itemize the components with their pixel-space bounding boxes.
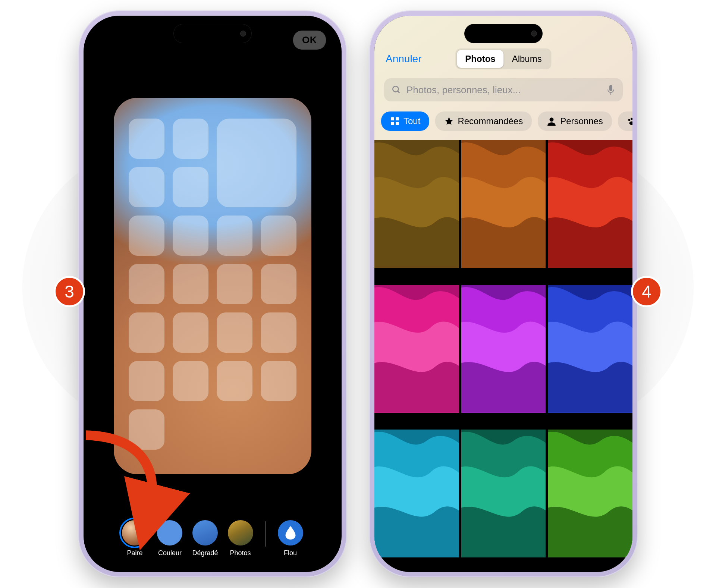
photo-thumbnail[interactable]: [374, 285, 459, 427]
svg-rect-4: [391, 117, 394, 120]
chip-all[interactable]: Tout: [381, 111, 429, 131]
svg-point-0: [393, 86, 398, 92]
app-placeholder: [129, 167, 164, 207]
svg-rect-5: [396, 117, 399, 120]
tool-flou[interactable]: Flou: [278, 520, 303, 557]
star-icon: [444, 116, 454, 126]
filter-chip-row[interactable]: Tout Recommandées Personnes A: [381, 108, 632, 134]
tool-label: Dégradé: [192, 549, 218, 557]
tool-paire[interactable]: Paire: [122, 520, 147, 557]
app-placeholder: [129, 312, 164, 353]
step-badge-3: 3: [54, 276, 85, 307]
photo-thumbnail[interactable]: [461, 430, 546, 572]
tool-degrade[interactable]: Dégradé: [192, 520, 218, 557]
couleur-swatch-icon: [157, 520, 182, 545]
app-placeholder: [173, 119, 208, 159]
svg-rect-6: [391, 122, 394, 125]
photo-thumbnail[interactable]: [461, 285, 546, 427]
dynamic-island: [173, 24, 252, 43]
segmented-control: Photos Albums: [455, 48, 551, 69]
photo-thumbnail[interactable]: [548, 140, 632, 283]
phone-left: OK: [78, 10, 347, 577]
app-icon-grid: [114, 98, 311, 474]
picker-header: Annuler Photos Albums: [374, 48, 632, 70]
tool-photos[interactable]: Photos: [228, 520, 253, 557]
svg-line-1: [398, 91, 399, 93]
chip-label: Personnes: [560, 116, 603, 126]
app-placeholder: [217, 264, 252, 304]
svg-point-9: [628, 119, 631, 121]
photo-thumbnail[interactable]: [374, 140, 459, 283]
app-placeholder: [129, 264, 164, 304]
app-placeholder: [129, 361, 164, 401]
person-icon: [547, 116, 556, 126]
svg-rect-7: [396, 122, 399, 125]
app-placeholder: [173, 264, 208, 304]
photo-thumbnail[interactable]: [461, 140, 546, 283]
toolbar-separator: [265, 521, 266, 547]
search-icon: [392, 85, 401, 95]
app-placeholder: [173, 216, 208, 256]
app-placeholder: [129, 119, 164, 159]
svg-rect-2: [609, 85, 612, 91]
grid-icon: [390, 116, 400, 126]
home-screen-preview[interactable]: [114, 98, 311, 474]
search-placeholder: Photos, personnes, lieux...: [406, 84, 521, 96]
chip-featured[interactable]: Recommandées: [435, 111, 532, 131]
paw-icon: [627, 116, 632, 126]
tool-label: Paire: [127, 549, 142, 557]
tool-label: Photos: [230, 549, 251, 557]
photo-grid: [374, 140, 632, 572]
paire-swatch-icon: [122, 520, 147, 545]
chip-pets[interactable]: A: [618, 111, 632, 131]
app-placeholder: [129, 216, 164, 256]
svg-point-12: [629, 122, 632, 125]
app-placeholder: [261, 312, 296, 353]
app-placeholder: [217, 312, 252, 353]
step-badge-4: 4: [631, 276, 662, 307]
screen-photo-picker: Annuler Photos Albums Photos, personnes,…: [374, 16, 632, 572]
degrade-swatch-icon: [192, 520, 218, 545]
microphone-icon[interactable]: [606, 84, 615, 95]
photos-swatch-icon: [228, 520, 253, 545]
tool-label: Flou: [284, 549, 297, 557]
ok-button[interactable]: OK: [293, 31, 326, 50]
app-placeholder: [173, 361, 208, 401]
app-placeholder: [129, 409, 164, 450]
dynamic-island: [464, 24, 543, 43]
blur-swatch-icon: [278, 520, 303, 545]
svg-point-8: [550, 117, 554, 122]
chip-people[interactable]: Personnes: [538, 111, 612, 131]
phone-right: Annuler Photos Albums Photos, personnes,…: [369, 10, 638, 577]
app-placeholder: [173, 167, 208, 207]
tool-label: Couleur: [158, 549, 182, 557]
cancel-button[interactable]: Annuler: [386, 53, 422, 65]
photo-thumbnail[interactable]: [374, 430, 459, 572]
segment-albums[interactable]: Albums: [504, 50, 550, 68]
screen-customize: OK: [84, 16, 342, 572]
tool-couleur[interactable]: Couleur: [157, 520, 182, 557]
chip-label: Recommandées: [458, 116, 523, 126]
wallpaper-toolbar: Paire Couleur Dégradé Photos Flou: [84, 520, 342, 557]
photo-thumbnail[interactable]: [548, 285, 632, 427]
widget-placeholder: [217, 119, 296, 207]
app-placeholder: [261, 361, 296, 401]
app-placeholder: [217, 361, 252, 401]
photo-thumbnail[interactable]: [548, 430, 632, 572]
app-placeholder: [173, 312, 208, 353]
app-placeholder: [217, 216, 252, 256]
app-placeholder: [261, 216, 296, 256]
chip-label: Tout: [403, 116, 420, 126]
search-input[interactable]: Photos, personnes, lieux...: [384, 78, 623, 101]
segment-photos[interactable]: Photos: [457, 50, 503, 68]
svg-point-10: [631, 118, 632, 120]
app-placeholder: [261, 264, 296, 304]
